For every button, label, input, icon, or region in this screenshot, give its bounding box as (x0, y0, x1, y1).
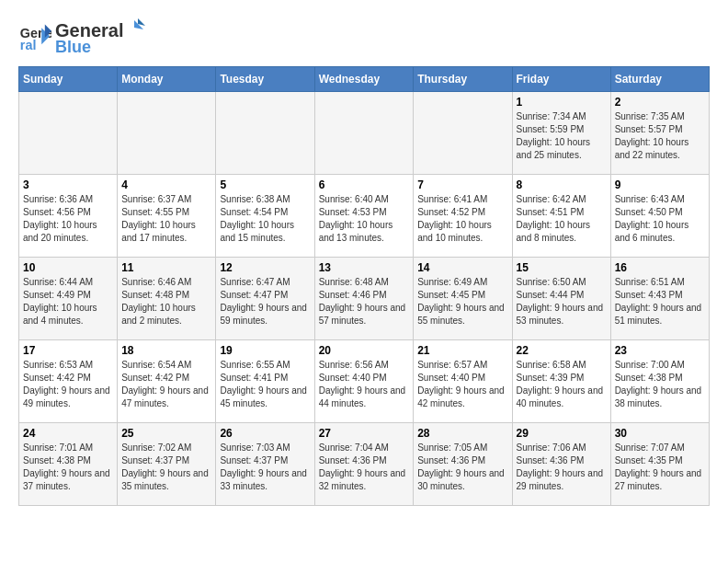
calendar-cell: 3Sunrise: 6:36 AM Sunset: 4:56 PM Daylig… (19, 175, 118, 258)
day-info: Sunrise: 6:58 AM Sunset: 4:39 PM Dayligh… (517, 359, 607, 410)
calendar-cell: 11Sunrise: 6:46 AM Sunset: 4:48 PM Dayli… (118, 258, 216, 340)
day-info: Sunrise: 6:50 AM Sunset: 4:44 PM Dayligh… (517, 276, 607, 327)
weekday-header-row: SundayMondayTuesdayWednesdayThursdayFrid… (19, 67, 710, 92)
day-number: 18 (121, 344, 211, 357)
day-info: Sunrise: 7:01 AM Sunset: 4:38 PM Dayligh… (23, 442, 113, 493)
weekday-header-wednesday: Wednesday (314, 67, 414, 92)
calendar-cell: 28Sunrise: 7:05 AM Sunset: 4:36 PM Dayli… (414, 423, 512, 506)
day-info: Sunrise: 6:44 AM Sunset: 4:49 PM Dayligh… (23, 276, 113, 327)
calendar-cell (216, 92, 314, 175)
day-info: Sunrise: 7:34 AM Sunset: 5:59 PM Dayligh… (517, 110, 607, 162)
day-info: Sunrise: 7:35 AM Sunset: 5:57 PM Dayligh… (615, 110, 705, 162)
calendar-cell: 15Sunrise: 6:50 AM Sunset: 4:44 PM Dayli… (512, 258, 610, 340)
day-number: 24 (23, 427, 113, 440)
day-number: 26 (220, 427, 310, 440)
day-number: 21 (417, 344, 507, 357)
day-info: Sunrise: 7:03 AM Sunset: 4:37 PM Dayligh… (220, 442, 310, 493)
day-number: 2 (615, 96, 705, 109)
svg-text:ral: ral (20, 38, 37, 52)
day-number: 23 (615, 344, 705, 357)
calendar-header: SundayMondayTuesdayWednesdayThursdayFrid… (19, 67, 710, 92)
day-number: 8 (517, 178, 607, 191)
day-number: 4 (121, 178, 211, 191)
day-info: Sunrise: 6:40 AM Sunset: 4:53 PM Dayligh… (319, 193, 410, 245)
logo: Gene ral General Blue (18, 18, 145, 57)
calendar-week-4: 17Sunrise: 6:53 AM Sunset: 4:42 PM Dayli… (19, 340, 710, 423)
day-number: 11 (121, 261, 211, 274)
day-info: Sunrise: 6:55 AM Sunset: 4:41 PM Dayligh… (220, 359, 310, 410)
day-number: 6 (319, 178, 410, 191)
calendar-cell: 1Sunrise: 7:34 AM Sunset: 5:59 PM Daylig… (512, 92, 610, 175)
calendar-cell (414, 92, 512, 175)
calendar-cell (314, 92, 414, 175)
calendar-cell: 24Sunrise: 7:01 AM Sunset: 4:38 PM Dayli… (19, 423, 118, 506)
weekday-header-saturday: Saturday (610, 67, 709, 92)
calendar-cell: 16Sunrise: 6:51 AM Sunset: 4:43 PM Dayli… (610, 258, 709, 340)
day-number: 29 (517, 427, 607, 440)
day-number: 27 (319, 427, 410, 440)
day-number: 22 (517, 344, 607, 357)
calendar-cell: 12Sunrise: 6:47 AM Sunset: 4:47 PM Dayli… (216, 258, 314, 340)
day-info: Sunrise: 7:05 AM Sunset: 4:36 PM Dayligh… (417, 442, 507, 493)
day-number: 20 (319, 344, 410, 357)
weekday-header-monday: Monday (118, 67, 216, 92)
day-info: Sunrise: 6:43 AM Sunset: 4:50 PM Dayligh… (615, 193, 705, 245)
day-number: 3 (23, 178, 113, 191)
calendar-cell: 13Sunrise: 6:48 AM Sunset: 4:46 PM Dayli… (314, 258, 414, 340)
day-number: 19 (220, 344, 310, 357)
day-number: 10 (23, 261, 113, 274)
calendar-cell: 4Sunrise: 6:37 AM Sunset: 4:55 PM Daylig… (118, 175, 216, 258)
day-info: Sunrise: 6:53 AM Sunset: 4:42 PM Dayligh… (23, 359, 113, 410)
calendar-cell: 9Sunrise: 6:43 AM Sunset: 4:50 PM Daylig… (610, 175, 709, 258)
calendar-cell: 25Sunrise: 7:02 AM Sunset: 4:37 PM Dayli… (118, 423, 216, 506)
day-number: 15 (517, 261, 607, 274)
calendar-cell: 19Sunrise: 6:55 AM Sunset: 4:41 PM Dayli… (216, 340, 314, 423)
day-info: Sunrise: 7:00 AM Sunset: 4:38 PM Dayligh… (615, 359, 705, 410)
day-info: Sunrise: 6:57 AM Sunset: 4:40 PM Dayligh… (417, 359, 507, 410)
day-number: 7 (417, 178, 507, 191)
calendar-cell: 6Sunrise: 6:40 AM Sunset: 4:53 PM Daylig… (314, 175, 414, 258)
day-number: 25 (121, 427, 211, 440)
weekday-header-thursday: Thursday (414, 67, 512, 92)
weekday-header-tuesday: Tuesday (216, 67, 314, 92)
calendar-cell: 23Sunrise: 7:00 AM Sunset: 4:38 PM Dayli… (610, 340, 709, 423)
logo-bird (123, 18, 145, 37)
calendar-cell: 5Sunrise: 6:38 AM Sunset: 4:54 PM Daylig… (216, 175, 314, 258)
calendar-cell: 2Sunrise: 7:35 AM Sunset: 5:57 PM Daylig… (610, 92, 709, 175)
calendar-cell: 14Sunrise: 6:49 AM Sunset: 4:45 PM Dayli… (414, 258, 512, 340)
day-info: Sunrise: 7:06 AM Sunset: 4:36 PM Dayligh… (517, 442, 607, 493)
calendar-cell: 29Sunrise: 7:06 AM Sunset: 4:36 PM Dayli… (512, 423, 610, 506)
day-info: Sunrise: 6:38 AM Sunset: 4:54 PM Dayligh… (220, 193, 310, 245)
day-info: Sunrise: 7:07 AM Sunset: 4:35 PM Dayligh… (615, 442, 705, 493)
calendar-cell: 21Sunrise: 6:57 AM Sunset: 4:40 PM Dayli… (414, 340, 512, 423)
day-info: Sunrise: 6:37 AM Sunset: 4:55 PM Dayligh… (121, 193, 211, 245)
calendar-cell: 30Sunrise: 7:07 AM Sunset: 4:35 PM Dayli… (610, 423, 709, 506)
day-info: Sunrise: 6:36 AM Sunset: 4:56 PM Dayligh… (23, 193, 113, 245)
calendar-week-3: 10Sunrise: 6:44 AM Sunset: 4:49 PM Dayli… (19, 258, 710, 340)
day-info: Sunrise: 6:41 AM Sunset: 4:52 PM Dayligh… (417, 193, 507, 245)
day-info: Sunrise: 6:47 AM Sunset: 4:47 PM Dayligh… (220, 276, 310, 327)
day-number: 5 (220, 178, 310, 191)
calendar-cell (118, 92, 216, 175)
weekday-header-friday: Friday (512, 67, 610, 92)
calendar-cell: 7Sunrise: 6:41 AM Sunset: 4:52 PM Daylig… (414, 175, 512, 258)
day-number: 12 (220, 261, 310, 274)
logo-icon: Gene ral (18, 21, 51, 54)
day-number: 28 (417, 427, 507, 440)
calendar-cell (19, 92, 118, 175)
calendar-cell: 22Sunrise: 6:58 AM Sunset: 4:39 PM Dayli… (512, 340, 610, 423)
day-info: Sunrise: 7:04 AM Sunset: 4:36 PM Dayligh… (319, 442, 410, 493)
day-number: 13 (319, 261, 410, 274)
calendar-week-1: 1Sunrise: 7:34 AM Sunset: 5:59 PM Daylig… (19, 92, 710, 175)
calendar-week-5: 24Sunrise: 7:01 AM Sunset: 4:38 PM Dayli… (19, 423, 710, 506)
calendar-cell: 17Sunrise: 6:53 AM Sunset: 4:42 PM Dayli… (19, 340, 118, 423)
day-number: 17 (23, 344, 113, 357)
calendar: SundayMondayTuesdayWednesdayThursdayFrid… (18, 66, 710, 506)
calendar-cell: 27Sunrise: 7:04 AM Sunset: 4:36 PM Dayli… (314, 423, 414, 506)
day-info: Sunrise: 6:51 AM Sunset: 4:43 PM Dayligh… (615, 276, 705, 327)
calendar-cell: 26Sunrise: 7:03 AM Sunset: 4:37 PM Dayli… (216, 423, 314, 506)
day-info: Sunrise: 6:54 AM Sunset: 4:42 PM Dayligh… (121, 359, 211, 410)
calendar-cell: 8Sunrise: 6:42 AM Sunset: 4:51 PM Daylig… (512, 175, 610, 258)
day-info: Sunrise: 6:48 AM Sunset: 4:46 PM Dayligh… (319, 276, 410, 327)
day-number: 1 (517, 96, 607, 109)
